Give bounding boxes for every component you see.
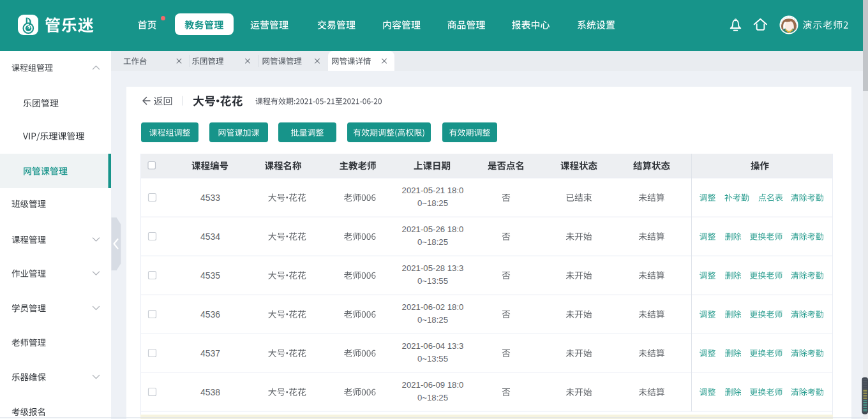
svg-text:4537: 4537 [200, 348, 220, 358]
svg-text:2021-05-26 18:0: 2021-05-26 18:0 [402, 224, 464, 234]
svg-text:4535: 4535 [200, 270, 220, 281]
svg-text:4534: 4534 [200, 232, 220, 242]
svg-text:0~18:25: 0~18:25 [417, 315, 448, 325]
svg-text:4533: 4533 [200, 193, 220, 203]
svg-text:0~13:55: 0~13:55 [417, 354, 448, 364]
svg-text:4538: 4538 [200, 387, 220, 397]
svg-text:4536: 4536 [200, 309, 220, 320]
svg-text:0~13:55: 0~13:55 [417, 276, 448, 286]
svg-text:0~18:25: 0~18:25 [417, 198, 448, 208]
svg-text:2021-06-04 13:3: 2021-06-04 13:3 [402, 341, 464, 351]
svg-text:2021-06-02 18:0: 2021-06-02 18:0 [402, 302, 464, 312]
svg-text:2021-06-09 18:0: 2021-06-09 18:0 [402, 380, 464, 390]
svg-text:0~18:25: 0~18:25 [417, 393, 448, 402]
svg-text:0~18:25: 0~18:25 [417, 237, 448, 247]
svg-text:2021-05-28 13:3: 2021-05-28 13:3 [402, 263, 464, 273]
svg-text:2021-05-21 18:0: 2021-05-21 18:0 [402, 186, 464, 195]
